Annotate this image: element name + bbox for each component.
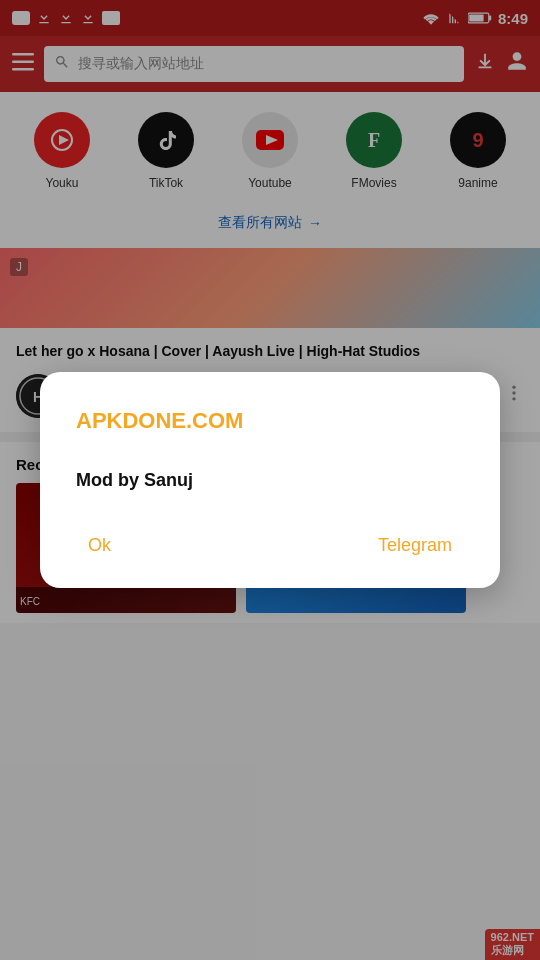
dialog-actions: Ok Telegram [76,531,464,560]
apkdone-dialog: APKDONE.COM Mod by Sanuj Ok Telegram [40,372,500,588]
ok-button[interactable]: Ok [76,531,123,560]
dialog-brand: APKDONE.COM [76,408,464,434]
telegram-button[interactable]: Telegram [366,531,464,560]
dialog-message: Mod by Sanuj [76,470,464,491]
